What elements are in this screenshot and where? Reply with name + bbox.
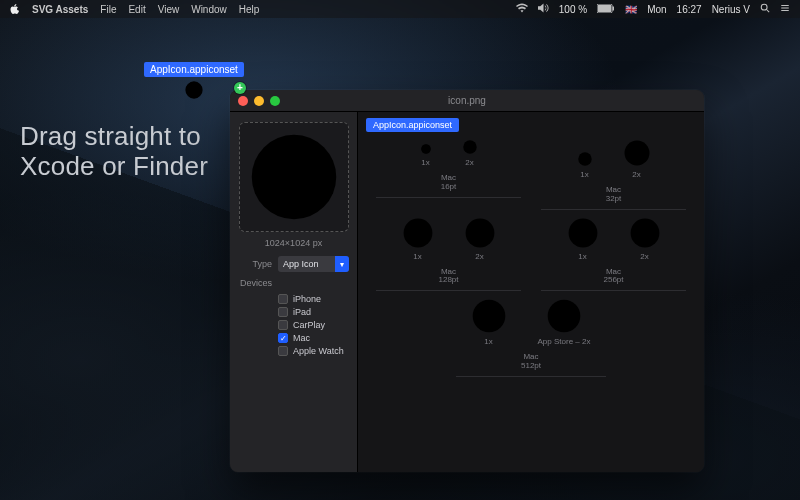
file-tab[interactable]: AppIcon.appiconset — [366, 118, 459, 132]
menubar-edit[interactable]: Edit — [128, 4, 145, 15]
group-mac-256pt: Mac256pt — [541, 265, 686, 292]
slot-mac-512-appstore2x[interactable]: App Store – 2x — [538, 299, 591, 346]
marketing-headline: Drag straight to Xcode or Finder — [20, 122, 208, 182]
menubar-window[interactable]: Window — [191, 4, 227, 15]
slot-mac-128-1x[interactable]: 1x — [403, 218, 433, 261]
folder-svg-icon — [250, 133, 338, 221]
slot-mac-16-1x[interactable]: 1x — [421, 144, 431, 167]
window-titlebar[interactable]: icon.png — [230, 90, 704, 112]
group-mac-16pt: Mac16pt — [376, 171, 521, 198]
checkbox-icon[interactable] — [278, 346, 288, 356]
battery-icon[interactable] — [597, 4, 615, 15]
apple-menu-icon[interactable] — [10, 4, 20, 14]
checkbox-icon[interactable] — [278, 294, 288, 304]
group-mac-32pt: Mac32pt — [541, 183, 686, 210]
slot-mac-128-2x[interactable]: 2x — [465, 218, 495, 261]
plus-badge-icon — [234, 82, 246, 94]
inspector-sidebar: 1024×1024 px Type App Icon Devices iPhon… — [230, 112, 358, 472]
svg-rect-7 — [613, 6, 615, 10]
svg-line-9 — [766, 9, 769, 12]
slot-mac-256-1x[interactable]: 1x — [568, 218, 598, 261]
svg-point-8 — [761, 4, 767, 10]
device-applewatch[interactable]: Apple Watch — [278, 346, 349, 356]
menubar-view[interactable]: View — [158, 4, 180, 15]
headline-line-2: Xcode or Finder — [20, 152, 208, 182]
user-name[interactable]: Nerius V — [712, 4, 750, 15]
menu-bar: SVG Assets File Edit View Window Help 10… — [0, 0, 800, 18]
device-carplay[interactable]: CarPlay — [278, 320, 349, 330]
headline-line-1: Drag straight to — [20, 122, 208, 152]
icon-grid: AppIcon.appiconset 1x 2x Mac16pt — [358, 112, 704, 472]
svg-rect-6 — [598, 5, 611, 12]
slot-mac-512-1x[interactable]: 1x — [472, 299, 506, 346]
zoom-icon[interactable] — [270, 96, 280, 106]
device-list: iPhone iPad CarPlay Mac Apple Watch — [278, 294, 349, 356]
device-ipad[interactable]: iPad — [278, 307, 349, 317]
clock-time[interactable]: 16:27 — [677, 4, 702, 15]
checkbox-icon[interactable] — [278, 307, 288, 317]
menubar-app-name[interactable]: SVG Assets — [32, 4, 88, 15]
icon-preview[interactable] — [239, 122, 349, 232]
slot-mac-16-2x[interactable]: 2x — [463, 140, 477, 167]
chevron-down-icon — [335, 256, 349, 272]
menubar-file[interactable]: File — [100, 4, 116, 15]
drag-ghost-label: AppIcon.appiconset — [144, 62, 244, 77]
device-iphone[interactable]: iPhone — [278, 294, 349, 304]
device-mac[interactable]: Mac — [278, 333, 349, 343]
slot-mac-32-2x[interactable]: 2x — [624, 140, 650, 179]
clock-day[interactable]: Mon — [647, 4, 666, 15]
type-label: Type — [238, 259, 272, 269]
drag-ghost: AppIcon.appiconset — [144, 62, 244, 99]
minimize-icon[interactable] — [254, 96, 264, 106]
type-select[interactable]: App Icon — [278, 256, 349, 272]
slot-mac-32-1x[interactable]: 1x — [578, 152, 592, 179]
spotlight-icon[interactable] — [760, 3, 770, 15]
app-window: icon.png 1024×1024 px Type App Icon Devi… — [230, 90, 704, 472]
group-mac-128pt: Mac128pt — [376, 265, 521, 292]
type-value: App Icon — [283, 259, 319, 269]
checkbox-icon[interactable] — [278, 333, 288, 343]
volume-icon[interactable] — [538, 3, 549, 15]
window-title: icon.png — [230, 95, 704, 106]
preview-size-label: 1024×1024 px — [238, 238, 349, 248]
group-mac-512pt: Mac512pt — [456, 350, 606, 377]
battery-text[interactable]: 100 % — [559, 4, 587, 15]
flag-icon[interactable]: 🇬🇧 — [625, 4, 637, 15]
notification-center-icon[interactable] — [780, 3, 790, 15]
slot-mac-256-2x[interactable]: 2x — [630, 218, 660, 261]
wifi-icon[interactable] — [516, 3, 528, 15]
devices-label: Devices — [238, 278, 272, 288]
menubar-help[interactable]: Help — [239, 4, 260, 15]
checkbox-icon[interactable] — [278, 320, 288, 330]
traffic-lights[interactable] — [238, 96, 280, 106]
